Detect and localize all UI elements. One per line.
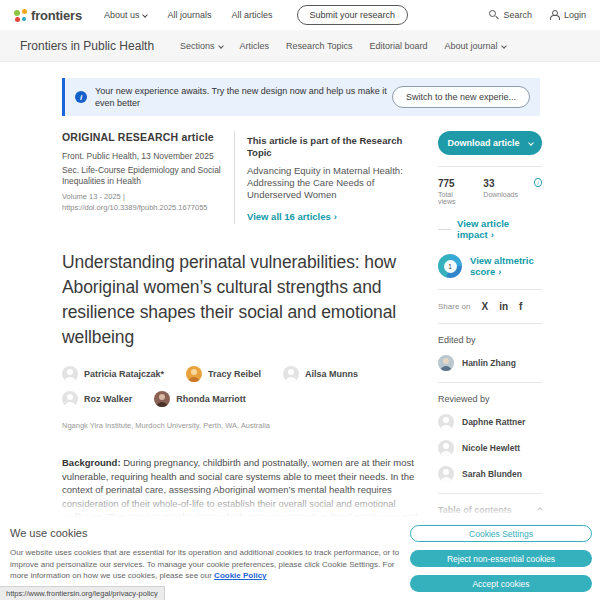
switch-experience-button[interactable]: Switch to the new experie... <box>392 86 530 108</box>
journal-nav-research-topics[interactable]: Research Topics <box>286 41 352 51</box>
chevron-right-icon: › <box>334 211 337 222</box>
top-right-nav: Search Login <box>489 10 586 20</box>
chevron-down-icon <box>143 12 149 18</box>
download-article-button[interactable]: Download article <box>438 131 542 155</box>
avatar-placeholder-icon <box>438 440 454 456</box>
cookie-buttons: Cookies Settings Reject non-essential co… <box>410 525 592 592</box>
reviewed-by-label: Reviewed by <box>438 394 542 404</box>
article-title: Understanding perinatal vulnerabilities:… <box>62 250 422 350</box>
research-topic-title[interactable]: Advancing Equity in Maternal Health: Add… <box>247 165 422 201</box>
cookie-policy-link[interactable]: Cookie Policy <box>214 571 266 580</box>
page: frontiers About us All journals All arti… <box>0 0 600 600</box>
cookies-settings-button[interactable]: Cookies Settings <box>410 525 592 542</box>
stats-info-icon[interactable]: i <box>534 178 542 187</box>
journal-nav-editorial-board[interactable]: Editorial board <box>369 41 427 51</box>
author-rhonda-marriott[interactable]: Rhonda Marriott <box>154 391 246 407</box>
top-header: frontiers About us All journals All arti… <box>0 0 600 30</box>
search-button[interactable]: Search <box>489 10 532 20</box>
total-views-stat: 775 Total views <box>438 178 467 205</box>
article-section[interactable]: Sec. Life-Course Epidemiology and Social… <box>62 165 224 187</box>
share-linkedin-icon[interactable]: in <box>499 301 508 312</box>
view-all-articles-link[interactable]: View all 16 articles› <box>247 211 337 222</box>
views-count: 775 <box>438 178 467 189</box>
link-url-statusbar: https://www.frontiersin.org/legal/privac… <box>0 586 165 600</box>
nav-all-articles[interactable]: All articles <box>232 10 273 20</box>
submit-research-button[interactable]: Submit your research <box>297 5 409 25</box>
dash-divider <box>438 229 451 230</box>
view-article-impact-link[interactable]: View article impact› <box>457 218 542 240</box>
article-meta: ORIGINAL RESEARCH article Front. Public … <box>62 131 234 224</box>
divider <box>438 166 542 167</box>
author-tracy-reibel[interactable]: Tracy Reibel <box>186 366 261 382</box>
avatar-placeholder-icon <box>438 466 454 482</box>
nav-all-journals[interactable]: All journals <box>167 10 211 20</box>
altmetric-score: 1 <box>444 260 457 273</box>
affiliation: Ngangk Yira Institute, Murdoch Universit… <box>62 421 422 430</box>
research-topic-box: This article is part of the Research Top… <box>234 131 422 224</box>
journal-bar: Frontiers in Public Health Sections Arti… <box>0 30 600 62</box>
article-doi[interactable]: https://doi.org/10.3389/fpubh.2025.16770… <box>62 203 224 212</box>
share-row: Share on X in f <box>438 301 542 312</box>
share-facebook-icon[interactable]: f <box>519 301 522 312</box>
avatar-placeholder-icon <box>283 366 299 382</box>
article-meta-row: ORIGINAL RESEARCH article Front. Public … <box>62 131 422 224</box>
research-topic-label: This article is part of the Research Top… <box>247 135 422 159</box>
reject-cookies-button[interactable]: Reject non-essential cookies <box>410 550 592 567</box>
journal-title[interactable]: Frontiers in Public Health <box>20 39 154 53</box>
share-x-icon[interactable]: X <box>481 301 488 312</box>
chevron-down-icon <box>528 140 534 146</box>
info-icon: i <box>75 91 87 103</box>
search-icon <box>489 10 499 20</box>
abstract-label: Background: <box>62 457 121 468</box>
avatar-placeholder-icon <box>62 391 78 407</box>
person-icon <box>550 10 560 20</box>
avatar-placeholder-icon <box>438 414 454 430</box>
divider <box>438 493 542 494</box>
chevron-right-icon: › <box>498 266 501 277</box>
article-column: ORIGINAL RESEARCH article Front. Public … <box>62 131 422 548</box>
downloads-stat: 33 Downloads <box>483 178 518 198</box>
journal-nav-sections[interactable]: Sections <box>180 41 223 51</box>
article-citation: Front. Public Health, 13 November 2025 <box>62 151 224 161</box>
chevron-down-icon <box>501 43 507 49</box>
accept-cookies-button[interactable]: Accept cookies <box>410 575 592 592</box>
views-label: Total views <box>438 191 467 205</box>
login-button[interactable]: Login <box>550 10 586 20</box>
content-columns: ORIGINAL RESEARCH article Front. Public … <box>0 131 600 548</box>
avatar-placeholder-icon <box>62 366 78 382</box>
banner-message: Your new experience awaits. Try the new … <box>95 85 392 109</box>
frontiers-logo-icon <box>14 9 27 22</box>
article-volume[interactable]: Volume 13 - 2025 | <box>62 192 224 201</box>
table-of-contents-header[interactable]: Table of contents <box>438 505 542 515</box>
divider <box>438 323 542 324</box>
nav-about-us[interactable]: About us <box>104 10 148 20</box>
article-stats: 775 Total views 33 Downloads i <box>438 178 542 205</box>
frontiers-logo-text: frontiers <box>31 8 82 23</box>
journal-nav: Sections Articles Research Topics Editor… <box>180 41 506 51</box>
chevron-down-icon <box>218 43 224 49</box>
downloads-count: 33 <box>483 178 518 189</box>
avatar-photo-icon <box>154 391 170 407</box>
top-nav: About us All journals All articles Submi… <box>104 5 408 25</box>
frontiers-logo[interactable]: frontiers <box>14 8 82 23</box>
reviewer-sarah-blunden[interactable]: Sarah Blunden <box>438 466 542 482</box>
author-patricia-ratajczak[interactable]: Patricia Ratajczak* <box>62 366 164 382</box>
edited-by-label: Edited by <box>438 335 542 345</box>
share-label: Share on <box>438 302 470 311</box>
editor-hanlin-zhang[interactable]: Hanlin Zhang <box>438 355 542 371</box>
author-ailsa-munns[interactable]: Ailsa Munns <box>283 366 358 382</box>
article-type-label: ORIGINAL RESEARCH article <box>62 131 224 143</box>
chevron-right-icon: › <box>491 229 494 240</box>
altmetric-badge-icon[interactable]: 1 <box>438 254 462 278</box>
journal-nav-about-journal[interactable]: About journal <box>445 41 506 51</box>
divider <box>438 382 542 383</box>
reviewer-daphne-rattner[interactable]: Daphne Rattner <box>438 414 542 430</box>
reviewer-nicole-hewlett[interactable]: Nicole Hewlett <box>438 440 542 456</box>
author-roz-walker[interactable]: Roz Walker <box>62 391 132 407</box>
altmetric-row: 1 View altmetric score› <box>438 254 542 278</box>
view-altmetric-score-link[interactable]: View altmetric score› <box>470 255 542 277</box>
right-rail: Download article 775 Total views 33 Down… <box>438 131 542 548</box>
cookie-body: Our website uses cookies that are essent… <box>10 547 408 582</box>
journal-nav-articles[interactable]: Articles <box>240 41 270 51</box>
chevron-up-icon <box>537 507 543 513</box>
